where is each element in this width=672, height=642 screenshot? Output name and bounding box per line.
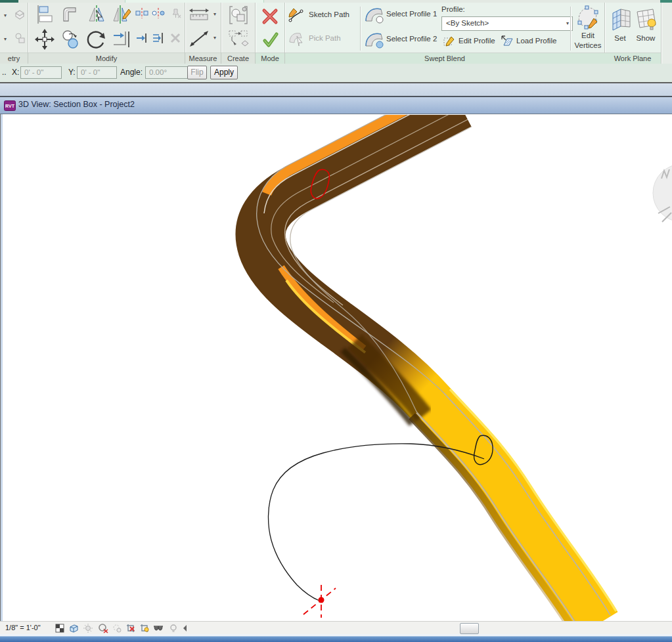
dimension-offset-icon[interactable] <box>152 7 165 19</box>
temporary-hide-isolate-icon[interactable] <box>153 623 164 633</box>
trim-extend-multiple-icon[interactable] <box>152 32 165 44</box>
pick-path-button[interactable]: Pick Path <box>288 30 359 47</box>
x-input[interactable]: 0' - 0" <box>20 66 62 79</box>
angle-input[interactable]: 0.00° <box>145 66 189 79</box>
sketch-path-button[interactable]: Sketch Path <box>288 7 359 24</box>
set-work-plane-icon <box>610 5 632 32</box>
panel-label: Measure <box>185 53 221 64</box>
select-profile-2-button[interactable]: Select Profile 2 <box>364 30 437 50</box>
panel-geometry-partial: ▾ ▾ etry <box>0 3 28 64</box>
panel-label: Modify <box>28 53 185 64</box>
crop-view-icon[interactable] <box>125 623 136 633</box>
sun-path-icon[interactable] <box>83 623 93 633</box>
load-profile-button[interactable]: Load Profile <box>501 35 557 49</box>
x-label: X: <box>12 66 19 79</box>
show-work-plane-button[interactable]: Show <box>633 5 658 53</box>
visual-style-icon[interactable] <box>68 623 79 633</box>
set-work-plane-button[interactable]: Set <box>608 5 632 53</box>
move-icon[interactable] <box>35 29 55 50</box>
panel-work-plane: Set Show Work Plane <box>604 3 661 64</box>
flip-button[interactable]: Flip <box>187 66 207 79</box>
join-geometry-icon[interactable] <box>13 32 26 45</box>
mirror-pick-axis-icon[interactable] <box>86 4 107 25</box>
select-profile-1-button[interactable]: Select Profile 1 <box>364 5 437 25</box>
y-input[interactable]: 0' - 0" <box>77 66 117 79</box>
select-profile-2-label: Select Profile 2 <box>386 35 437 43</box>
svg-text:RVT: RVT <box>5 104 15 108</box>
trim-extend-single-icon[interactable] <box>135 32 148 44</box>
chevron-down-icon[interactable]: ▾ <box>213 12 216 17</box>
pin-disabled-icon[interactable] <box>169 7 182 19</box>
view-title: 3D View: Section Box - Project2 <box>18 100 135 109</box>
view-control-bar: 1/8" = 1'-0" <box>0 621 672 635</box>
sketch-path-curve <box>268 444 484 601</box>
cancel-mode-icon[interactable] <box>261 7 279 26</box>
view-title-bar[interactable]: RVT 3D View: Section Box - Project2 <box>0 97 672 114</box>
ribbon: ▾ ▾ etry Modify ▾ <box>0 3 672 64</box>
rvt-document-icon: RVT <box>4 100 16 111</box>
sketch-path-label: Sketch Path <box>309 11 349 18</box>
create-similar-icon[interactable] <box>227 29 250 49</box>
horizontal-scrollbar-thumb[interactable] <box>460 623 479 634</box>
chevron-down-icon[interactable]: ▾ <box>4 13 7 18</box>
edit-vertices-label-1: Edit <box>573 32 603 39</box>
edit-vertices-icon <box>575 4 600 30</box>
load-profile-icon <box>501 35 514 48</box>
view-scale-button[interactable]: 1/8" = 1'-0" <box>5 624 41 631</box>
load-profile-label: Load Profile <box>516 37 556 45</box>
copy-icon[interactable] <box>60 29 81 50</box>
panel-measure: ▾ ▾ Measure <box>185 3 221 64</box>
crop-region-icon[interactable] <box>139 623 150 633</box>
pick-path-icon <box>288 30 305 47</box>
profile-dropdown[interactable]: <By Sketch> ▾ <box>441 16 573 31</box>
chevron-down-icon: ▾ <box>566 21 569 26</box>
chevron-down-icon[interactable]: ▾ <box>4 37 7 42</box>
scrollbar-left-arrow[interactable] <box>181 623 188 633</box>
pick-path-label: Pick Path <box>309 34 341 42</box>
create-group-icon[interactable] <box>227 5 250 26</box>
panel-create: Create <box>221 3 256 64</box>
chevron-down-icon[interactable]: ▾ <box>213 35 216 41</box>
rotate-icon[interactable] <box>86 29 107 50</box>
panel-divider <box>360 7 361 51</box>
select-profile-1-icon <box>364 5 384 24</box>
mirror-draw-axis-icon[interactable] <box>111 4 132 25</box>
select-profile-2-icon <box>364 30 384 49</box>
sketch-path-icon <box>288 7 305 24</box>
cut-geometry-icon[interactable] <box>13 7 26 20</box>
align-icon[interactable] <box>35 4 55 25</box>
show-label: Show <box>633 34 658 42</box>
edit-vertices-button[interactable]: Edit Vertices <box>573 4 603 53</box>
finish-mode-icon[interactable] <box>262 32 279 49</box>
dimension-center-icon[interactable] <box>135 7 148 19</box>
navigation-wheel-remnant <box>653 164 672 222</box>
measure-linear-icon[interactable] <box>188 29 212 49</box>
offset-icon[interactable] <box>60 4 81 25</box>
shadows-icon[interactable] <box>98 623 108 633</box>
trim-extend-corner-icon[interactable] <box>111 29 132 50</box>
model-view <box>0 115 672 621</box>
options-bar: .. X: 0' - 0" Y: 0' - 0" Angle: 0.00° Fl… <box>0 64 672 83</box>
profile-dropdown-value: <By Sketch> <box>446 19 489 27</box>
options-prefix: .. <box>2 66 7 79</box>
edit-profile-button[interactable]: Edit Profile <box>443 35 497 49</box>
mdi-gap-strip <box>0 83 672 97</box>
taskbar-edge <box>0 636 672 642</box>
delete-disabled-icon[interactable] <box>169 32 182 44</box>
profile-label: Profile: <box>441 5 465 13</box>
panel-label: etry <box>0 53 28 64</box>
panel-swept-blend: Sketch Path Pick Path Select Profile 1 S… <box>285 3 605 64</box>
panel-label: Create <box>221 53 255 64</box>
edit-vertices-label-2: Vertices <box>573 41 603 49</box>
rendering-dialog-icon[interactable] <box>112 623 122 633</box>
y-label: Y: <box>68 66 76 79</box>
canvas-border-inner <box>1 114 3 621</box>
measure-aligned-icon[interactable] <box>188 5 212 24</box>
drawing-area[interactable] <box>0 114 672 621</box>
reveal-hidden-icon[interactable] <box>168 623 179 633</box>
panel-mode: Mode <box>256 3 285 64</box>
panel-divider <box>570 7 571 51</box>
apply-button[interactable]: Apply <box>210 66 238 79</box>
detail-level-icon[interactable] <box>55 623 65 633</box>
set-label: Set <box>608 34 632 42</box>
